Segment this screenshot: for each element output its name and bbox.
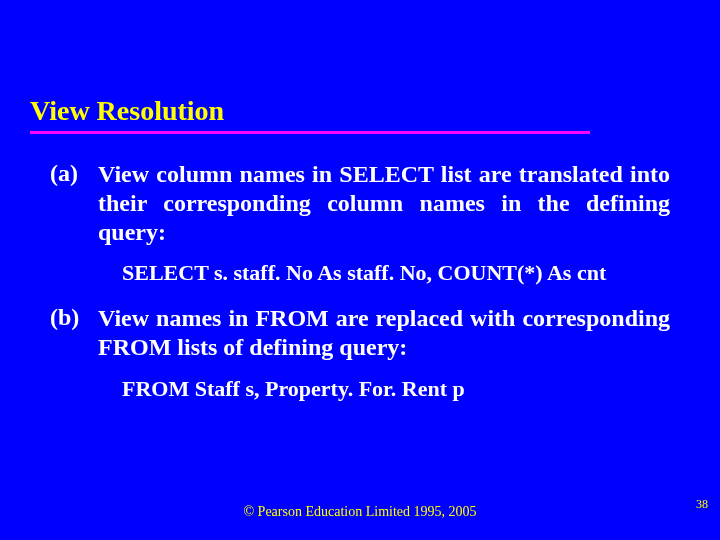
footer-copyright: © Pearson Education Limited 1995, 2005 [0,504,720,520]
list-item: (a) View column names in SELECT list are… [50,160,670,286]
content-area: (a) View column names in SELECT list are… [50,160,670,420]
item-code: SELECT s. staff. No As staff. No, COUNT(… [122,260,670,286]
slide-title: View Resolution [30,95,224,129]
item-label: (a) [50,160,98,187]
item-code: FROM Staff s, Property. For. Rent p [122,376,670,402]
title-underline [30,131,590,134]
list-item: (b) View names in FROM are replaced with… [50,304,670,402]
item-label: (b) [50,304,98,331]
title-block: View Resolution [30,95,690,134]
page-number: 38 [696,497,708,512]
item-text: View column names in SELECT list are tra… [98,160,670,246]
item-text: View names in FROM are replaced with cor… [98,304,670,362]
